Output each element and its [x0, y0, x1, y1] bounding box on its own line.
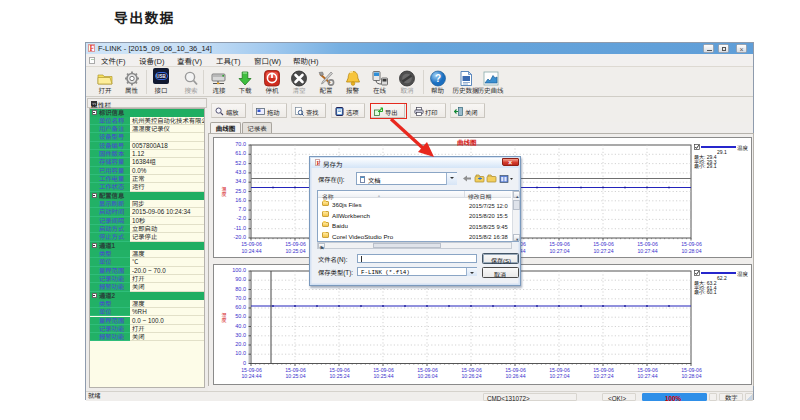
- svg-text:?: ?: [434, 73, 440, 84]
